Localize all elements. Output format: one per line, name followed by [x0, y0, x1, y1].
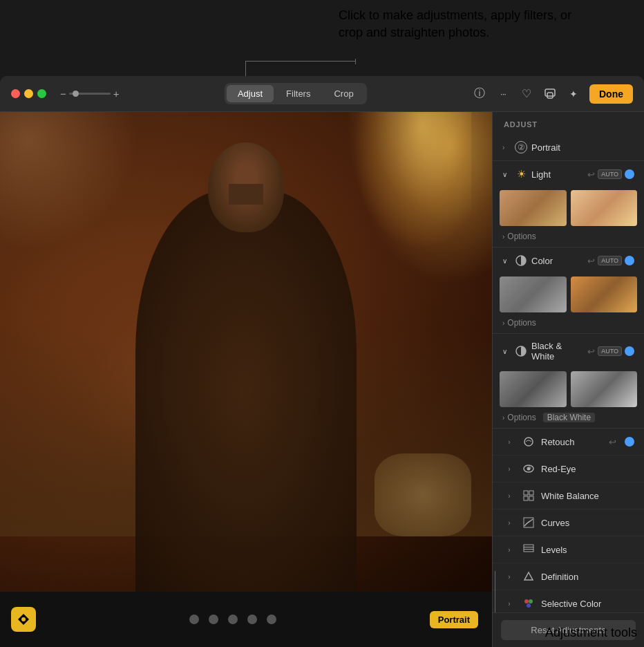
view-dot-5[interactable] [267, 615, 276, 624]
svg-rect-1 [547, 93, 553, 98]
zoom-minus-icon[interactable]: − [60, 88, 66, 100]
tab-filters[interactable]: Filters [275, 85, 321, 102]
color-thumb-1[interactable] [500, 276, 567, 312]
svg-rect-14 [524, 545, 533, 552]
zoom-plus-icon[interactable]: + [113, 88, 120, 100]
curves-chevron: › [502, 516, 516, 529]
light-thumb-1[interactable] [500, 190, 567, 226]
adjustment-tools-annotation: Adjustment tools [545, 626, 637, 640]
adjust-item-curves[interactable]: › Curves [493, 509, 644, 536]
color-options-row: › Options [493, 315, 644, 333]
bw-circle[interactable] [625, 346, 634, 356]
toolbar-right: ⓘ ··· ♡ ✦ Done [472, 84, 633, 104]
tab-adjust[interactable]: Adjust [227, 85, 274, 102]
zoom-slider[interactable] [69, 93, 111, 95]
light-undo-icon[interactable]: ↩ [587, 169, 595, 180]
light-options-label: Options [507, 232, 536, 241]
svg-marker-17 [524, 572, 533, 580]
svg-point-19 [529, 599, 533, 603]
tooltip-line-horizontal [245, 61, 356, 62]
light-auto-badge[interactable]: AUTO [598, 169, 622, 179]
light-thumb-2[interactable] [571, 190, 638, 226]
color-chevron: ∨ [502, 257, 511, 265]
selective-chevron: › [502, 597, 516, 610]
view-dot-3[interactable] [228, 615, 238, 624]
light-thumb-row [500, 190, 637, 226]
bw-thumb-row [500, 371, 637, 407]
light-actions: ↩ AUTO [587, 169, 634, 180]
color-undo-icon[interactable]: ↩ [587, 256, 595, 266]
adjust-item-selective[interactable]: › Selective Color [493, 590, 644, 612]
light-options-row: › Options [493, 229, 644, 247]
selective-label: Selective Color [541, 599, 634, 609]
info-icon[interactable]: ⓘ [472, 86, 487, 102]
tab-group: Adjust Filters Crop [225, 83, 367, 104]
color-thumb-2[interactable] [571, 276, 638, 312]
redeye-label: Red-Eye [541, 464, 634, 474]
color-thumb-row [500, 276, 637, 312]
blackwhite-row[interactable]: ∨ Black & White ↩ AUTO [493, 334, 644, 368]
maximize-button[interactable] [37, 89, 46, 98]
adjust-item-portrait: › ② Portrait [493, 134, 644, 161]
filmstrip-svg [17, 612, 30, 626]
light-row[interactable]: ∨ ☀ Light ↩ AUTO [493, 161, 644, 187]
adjust-item-redeye[interactable]: › Red-Eye [493, 456, 644, 482]
annotation-text: Adjustment tools [545, 626, 637, 639]
adjust-item-whitebalance[interactable]: › White Balance [493, 482, 644, 509]
view-dot-2[interactable] [209, 615, 218, 624]
adjust-item-blackwhite: ∨ Black & White ↩ AUTO [493, 334, 644, 429]
levels-label: Levels [541, 545, 634, 555]
light-label: Light [531, 169, 583, 180]
portrait-label: Portrait [531, 142, 634, 153]
share-icon[interactable] [542, 86, 558, 102]
retouch-circle[interactable] [625, 437, 634, 447]
wb-chevron: › [502, 489, 516, 503]
pillow [375, 453, 471, 536]
right-panel: ADJUST › ② Portrait ∨ ☀ Light [492, 112, 644, 647]
panel-scroll[interactable]: › ② Portrait ∨ ☀ Light ↩ AUTO [493, 134, 644, 612]
color-circle[interactable] [625, 256, 634, 265]
tooltip-content: Click to make adjustments, apply filters… [339, 8, 571, 39]
retouch-chevron: › [502, 435, 516, 449]
color-options-expand[interactable]: › Options [502, 318, 634, 328]
portrait-row[interactable]: › ② Portrait [493, 134, 644, 160]
bw-undo-icon[interactable]: ↩ [587, 346, 595, 357]
adjust-item-levels[interactable]: › Levels [493, 536, 644, 563]
adjust-item-definition[interactable]: › Definition [493, 563, 644, 590]
person-body [135, 191, 357, 592]
content-area: Portrait ADJUST › ② Portrait ∨ [0, 112, 644, 647]
light-chevron: ∨ [502, 171, 511, 178]
close-button[interactable] [11, 89, 20, 98]
view-dot-1[interactable] [189, 615, 199, 624]
bw-options-expand[interactable]: › Options Black White [502, 413, 634, 422]
selective-icon [522, 597, 536, 610]
filmstrip-icon[interactable] [11, 607, 36, 632]
portrait-chevron: › [502, 144, 511, 151]
definition-icon [522, 570, 536, 583]
bw-thumb-2[interactable] [571, 371, 638, 407]
bw-options-row: › Options Black White [493, 410, 644, 428]
view-dots [189, 615, 276, 624]
color-row[interactable]: ∨ Color ↩ AUTO [493, 247, 644, 274]
adjust-item-retouch[interactable]: › Retouch ↩ [493, 429, 644, 456]
color-auto-badge[interactable]: AUTO [598, 256, 622, 265]
color-options-label: Options [507, 318, 536, 328]
light-options-expand[interactable]: › Options [502, 232, 634, 241]
retouch-label: Retouch [541, 437, 603, 447]
bw-thumb-1[interactable] [500, 371, 567, 407]
curves-label: Curves [541, 518, 634, 528]
tab-crop[interactable]: Crop [323, 85, 364, 102]
magic-icon[interactable]: ✦ [566, 86, 581, 102]
more-icon[interactable]: ··· [495, 86, 511, 102]
portrait-badge[interactable]: Portrait [430, 611, 478, 628]
retouch-undo[interactable]: ↩ [609, 437, 616, 447]
color-actions: ↩ AUTO [587, 256, 634, 266]
minimize-button[interactable] [24, 89, 33, 98]
levels-chevron: › [502, 543, 516, 556]
bw-auto-badge[interactable]: AUTO [598, 346, 622, 356]
done-button[interactable]: Done [589, 84, 633, 104]
view-dot-4[interactable] [247, 615, 257, 624]
heart-icon[interactable]: ♡ [519, 86, 534, 102]
panel-header: ADJUST [493, 112, 644, 134]
light-circle[interactable] [625, 169, 634, 179]
